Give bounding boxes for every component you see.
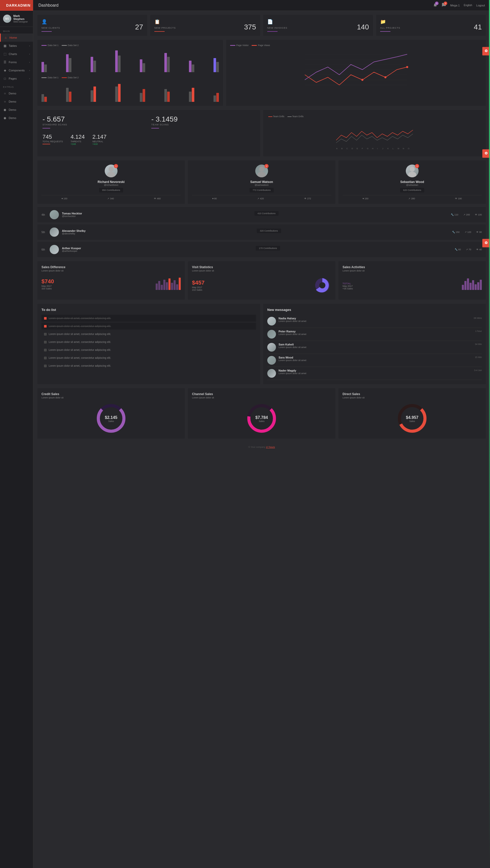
svg-text:N: N [403,147,404,150]
team-scan-value: - 3.1459 [151,115,255,123]
scan-stats-card: - 5.657 STANDARD SCANS - 3.1459 TEAM SCA… [37,110,260,156]
stat-label-allprojects: ALL PROJECTS [380,27,482,29]
todo-item-3[interactable]: Lorem ipsum dolor sit amet, consectetur … [41,331,256,338]
todo-checkbox-1[interactable] [44,317,47,320]
forms-icon: ☰ [3,60,7,64]
sales-difference-card: Sales Difference Lorem ipsum dolor sit $… [37,261,185,300]
rank-5: 5th [41,231,47,234]
donut-row: Credit Sales Lorem ipsum dolor sit $2.14… [37,388,486,439]
sales-row: Sales Difference Lorem ipsum dolor sit $… [37,261,486,300]
svg-text:G: G [367,147,368,150]
notification-bell[interactable]: 5 [433,3,437,8]
sidebar-item-demo2[interactable]: ○ Demo [0,97,33,106]
msg-name-5: Nader Magdy [279,369,306,372]
contributor-1-count: 950 Contributions [99,188,123,192]
message-icon[interactable]: 3 [441,3,446,8]
sales-act-chart [462,277,482,290]
scan-row: - 5.657 STANDARD SCANS - 3.1459 TEAM SCA… [37,110,486,156]
demo-icon: ◉ [3,116,7,120]
sidebar-item-home[interactable]: ⌂ Home [0,33,33,42]
todo-item-6[interactable]: Lorem ipsum dolor sit amet, consectetur … [41,354,256,361]
contributor-2-stats: ♥ 80 ↗ 420 👁 272 [192,195,331,200]
contributor-list-item-4: 4th Tomas Hecktor @tomhecktor 410 Contri… [37,207,486,222]
svg-point-28 [257,172,266,177]
logout-link[interactable]: Logout [476,4,485,7]
contributor-3: 3 Sebastian Wood @sebastian 620 Contribu… [338,160,486,204]
svg-point-30 [408,172,416,177]
contributor-1-handle: @richardnevo [41,184,181,186]
demo-icon: ◉ [3,108,7,112]
stat-label-invoices: NEW INVOICES [267,27,369,29]
message-item-4: Sara Wood Lorem ipsum dolor sit amet 15 … [267,354,482,367]
contributor-1-stats: ♥ 150 ↗ 340 👁 460 [41,195,181,200]
svg-point-26 [107,172,115,177]
svg-point-29 [409,166,415,172]
todo-checkbox-6[interactable] [44,357,47,359]
todo-checkbox-7[interactable] [44,365,47,367]
msg-text-2: Lorem ipsum dolor sit amet [279,333,306,336]
channel-sales-sub: Lorem ipsum dolor sit [192,396,331,399]
sales-diff-value: $740 [41,278,54,285]
svg-text:A: A [336,147,338,150]
credit-sales-card: Credit Sales Lorem ipsum dolor sit $2.14… [37,388,185,439]
sidebar-item-components[interactable]: ◈ Components › [0,66,33,74]
sidebar-item-demo3[interactable]: ◉ Demo [0,106,33,114]
contributor-3-handle: @sebastian [342,184,482,186]
sidebar-logo[interactable]: DARKADMIN [0,0,33,11]
visit-stats-value: $457 [192,279,205,286]
fork-icon: ↗ [107,197,109,200]
page-title: Dashboard [38,3,58,8]
todo-checkbox-5[interactable] [44,349,47,351]
bar-chart1-legend: Data Set 1 Data Set 2 [41,44,219,46]
todo-checkbox-3[interactable] [44,333,47,336]
sidebar-item-demo1[interactable]: ○ Demo [0,89,33,97]
chevron-icon: › [29,69,30,72]
channel-sales-title: Channel Sales [192,392,331,396]
visit-stats-note: 210 Sales [192,289,205,291]
chevron-icon: › [29,45,30,47]
message-item-1: Nadia Halsey Lorem ipsum dolor sit amet … [267,315,482,328]
svg-text:H: H [372,147,373,150]
legend-views-dot [252,45,257,46]
threats-label: THREATS [71,140,85,143]
svg-point-27 [259,166,264,172]
sales-diff-title: Sales Difference [41,266,181,269]
stat-underline-projects [154,31,164,32]
contributor-3-stats: ♥ 150 ↗ 280 👁 190 [342,195,482,200]
sidebar-item-pages[interactable]: □ Pages › [0,74,33,83]
todo-item-7[interactable]: Lorem ipsum dolor sit amet, consectetur … [41,362,256,369]
visit-stats-sub: Lorem ipsum dolor sit [192,270,331,272]
contributor-4-avatar [50,210,59,219]
sidebar-item-charts[interactable]: ⬚ Charts › [0,50,33,58]
sidebar-item-forms[interactable]: ☰ Forms › [0,58,33,66]
footer-link[interactable]: 17 hours [266,446,275,448]
todo-item-4[interactable]: Lorem ipsum dolor sit amet, consectetur … [41,339,256,345]
channel-sales-value: $7.784 [255,415,268,420]
todo-item-5[interactable]: Lorem ipsum dolor sit amet, consectetur … [41,346,256,353]
tables-icon: ▦ [3,44,7,48]
threats-value: 4.124 [71,133,85,140]
language-selector[interactable]: English [464,4,472,7]
team-scan-label: TEAM SCANS [151,123,255,126]
todo-checkbox-2[interactable] [44,325,47,328]
invoices-icon: 📄 [267,19,369,25]
charts-icon: ⬚ [3,52,7,56]
todo-checkbox-4[interactable] [44,341,47,343]
demo-icon: ○ [3,100,7,103]
stat-value-allprojects: 41 [474,23,482,31]
accent-bar [489,0,490,868]
sidebar-user: MS Mark Stephen Web Designer [0,11,33,27]
todo-item-2[interactable]: Lorem ipsum dolor sit amet, consectetur … [41,323,256,330]
svg-text:O: O [408,147,409,150]
sidebar-item-tables[interactable]: ▦ Tables › [0,42,33,50]
allprojects-icon: 📁 [380,19,482,25]
eye-icon: 👁 [455,197,457,200]
sidebar-item-demo4[interactable]: ◉ Demo [0,114,33,122]
visit-stats-date: May 2017 [192,286,205,289]
todo-item-1[interactable]: Lorem ipsum dolor sit amet, consectetur … [41,315,256,322]
channel-sales-label: Sales [255,420,268,423]
bottom-row: To do list Lorem ipsum dolor sit amet, c… [37,304,486,384]
sidebar: DARKADMIN MS Mark Stephen Web Designer M… [0,0,33,868]
svg-point-9 [406,66,408,68]
todo-card: To do list Lorem ipsum dolor sit amet, c… [37,304,260,384]
